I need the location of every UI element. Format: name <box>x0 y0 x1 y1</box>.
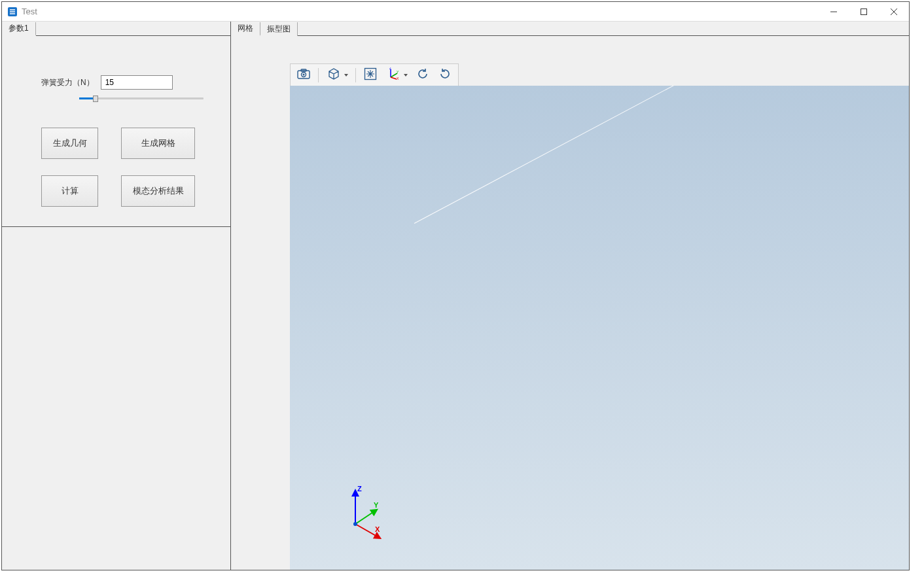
spring-force-label: 弹簧受力（N） <box>41 77 94 88</box>
rotate-cw-button[interactable] <box>436 67 454 84</box>
dropdown-icon <box>404 74 408 77</box>
left-lower-empty <box>2 227 230 570</box>
triad-y-label: Y <box>374 501 379 509</box>
rotate-cw-icon <box>438 67 452 82</box>
content-area: 参数1 弹簧受力（N） 生成几何 生成网格 计算 模态分析结果 <box>2 22 909 570</box>
triad-x-label: X <box>375 525 380 533</box>
camera-icon <box>297 69 310 81</box>
generate-geometry-button[interactable]: 生成几何 <box>41 128 98 159</box>
view-cube-button[interactable] <box>324 67 350 84</box>
left-tabs: 参数1 <box>2 22 230 36</box>
tab-mode-shape[interactable]: 振型图 <box>260 22 298 36</box>
screenshot-button[interactable] <box>294 67 313 84</box>
axes-view-button[interactable]: Z Y X <box>383 67 410 84</box>
right-tabs: 网格 振型图 <box>231 22 909 36</box>
app-icon <box>7 7 18 17</box>
tab-mesh[interactable]: 网格 <box>231 22 260 36</box>
fit-icon <box>364 67 377 82</box>
toolbar-separator <box>355 68 356 82</box>
titlebar: Test <box>2 2 909 22</box>
toolbar-separator <box>318 68 319 82</box>
action-buttons: 生成几何 生成网格 计算 模态分析结果 <box>41 128 195 207</box>
triad-z-label: Z <box>357 485 362 493</box>
spring-force-input[interactable] <box>101 75 173 90</box>
slider-fill <box>79 97 94 99</box>
app-window: Test 参数1 弹簧受力（N） <box>1 1 910 570</box>
param-spring-force-row: 弹簧受力（N） <box>41 75 224 90</box>
orientation-triad: Z Y X <box>336 485 395 544</box>
fit-view-button[interactable] <box>361 67 380 84</box>
svg-rect-1 <box>861 9 867 14</box>
svg-text:Y: Y <box>397 70 399 74</box>
svg-point-13 <box>353 522 357 526</box>
cube-icon <box>327 67 340 82</box>
rotate-ccw-icon <box>416 67 429 82</box>
window-title: Test <box>22 7 819 16</box>
rotate-ccw-button[interactable] <box>414 67 432 84</box>
tab-params-1[interactable]: 参数1 <box>2 22 36 36</box>
params-section: 弹簧受力（N） 生成几何 生成网格 计算 模态分析结果 <box>2 36 230 227</box>
svg-line-11 <box>355 511 375 524</box>
slider-thumb[interactable] <box>93 96 98 102</box>
viewport-toolbar: Z Y X <box>290 63 459 86</box>
svg-text:X: X <box>397 77 399 80</box>
spring-force-slider[interactable] <box>79 94 204 103</box>
minimize-button[interactable] <box>819 2 849 21</box>
svg-point-5 <box>303 74 305 76</box>
canvas-area: Z Y X <box>231 36 909 570</box>
svg-text:Z: Z <box>389 67 391 70</box>
geometry-edge <box>414 86 744 224</box>
close-button[interactable] <box>879 2 909 21</box>
maximize-button[interactable] <box>849 2 879 21</box>
3d-viewport[interactable]: Z Y X <box>290 86 909 570</box>
left-panel: 参数1 弹簧受力（N） 生成几何 生成网格 计算 模态分析结果 <box>2 22 231 570</box>
generate-mesh-button[interactable]: 生成网格 <box>121 128 195 159</box>
window-controls <box>819 2 909 21</box>
modal-result-button[interactable]: 模态分析结果 <box>121 175 195 207</box>
compute-button[interactable]: 计算 <box>41 175 98 207</box>
axes-icon: Z Y X <box>387 67 400 82</box>
right-panel: 网格 振型图 <box>231 22 909 570</box>
dropdown-icon <box>344 74 348 77</box>
